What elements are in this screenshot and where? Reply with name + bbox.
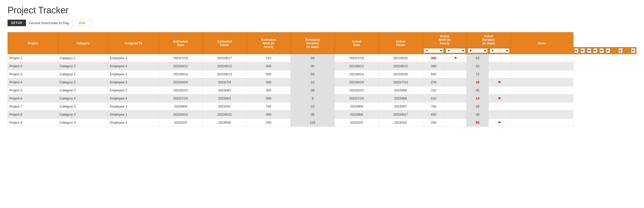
table-cell: Category 2 — [58, 111, 108, 119]
table-cell — [444, 62, 466, 70]
table-cell: Project 6 — [8, 94, 58, 102]
col-header-est-dur: EstimatedDuration(in days) — [291, 32, 335, 54]
table-cell: 2023/6/24 — [158, 86, 203, 94]
table-cell: 500 — [247, 94, 291, 102]
filter-est-finish-select[interactable]: ▼ — [574, 48, 578, 53]
filter-est-finish[interactable]: ▼ — [573, 47, 580, 54]
table-cell — [444, 78, 466, 86]
table-cell: 2023/8/3 — [203, 94, 247, 102]
table-cell: Category 4 — [58, 94, 108, 102]
table-row: Project 4Category 2Employee 32023/6/2420… — [8, 78, 636, 86]
table-cell — [510, 62, 573, 70]
flag-icon: ⚑ — [498, 80, 501, 84]
filter-act-finish-select[interactable]: ▼ — [600, 48, 604, 53]
table-cell — [444, 102, 466, 111]
table-cell: 2023/7/19 — [158, 54, 203, 62]
col-header-est-work: EstimatedWork (inhours) — [247, 32, 291, 54]
filter-category-select[interactable]: ▼ — [446, 48, 465, 53]
col-header-act-work: ActualWork (inhours) — [423, 32, 467, 47]
filter-act-work-select[interactable]: ▼ — [606, 48, 610, 53]
table-cell: 2023/6/14 — [335, 70, 379, 78]
filter-est-dur[interactable]: ▼ — [586, 47, 592, 54]
table-cell — [444, 70, 466, 78]
col-header-category: Category — [58, 32, 108, 54]
filter-act-work[interactable]: ▼ — [605, 47, 611, 54]
table-cell: 300 — [423, 54, 444, 62]
table-cell: 2023/8/9 — [158, 102, 203, 111]
table-cell: 28 — [467, 102, 489, 111]
table-cell — [510, 78, 573, 86]
table-cell: 2023/9/7 — [378, 102, 423, 111]
col-header-act-finish: ActualFinish — [378, 32, 423, 54]
table-cell: Employee 1 — [108, 54, 159, 62]
table-cell: Employee 1 — [108, 119, 159, 127]
table-cell: 2023/8/26 — [378, 70, 423, 78]
col-header-notes: Notes — [510, 32, 573, 54]
col-header-project: Project — [8, 32, 58, 54]
table-cell: 2023/7/4 — [203, 78, 247, 86]
col-header-est-start: EstimatedStart — [158, 32, 203, 54]
table-cell: 450 — [247, 111, 291, 119]
table-cell: ⚑ — [489, 119, 510, 127]
filter-est-work[interactable]: ▼ — [580, 47, 586, 54]
table-cell: 2023/8/9 — [335, 102, 379, 111]
table-cell: 2016/5/5 — [378, 119, 423, 127]
setup-row: SETUP Percent Over/Under to Flag — [8, 20, 636, 26]
table-cell: 30 — [291, 62, 335, 70]
filter-assigned[interactable]: ▼ — [467, 47, 489, 54]
table-row: Project 1Category 1Employee 12023/7/1920… — [8, 54, 636, 62]
filter-project[interactable]: ▼ — [423, 47, 444, 54]
filter-act-start[interactable]: ▼ — [592, 47, 599, 54]
table-cell: 250 — [247, 78, 291, 86]
table-cell: 300 — [247, 86, 291, 94]
filter-est-start[interactable]: ▼ — [489, 47, 510, 54]
filter-est-dur-select[interactable]: ▼ — [587, 48, 591, 53]
table-cell: Category 3 — [58, 86, 108, 94]
filter-assigned-select[interactable]: ▼ — [468, 48, 487, 53]
table-cell: 2023/9/17 — [378, 111, 423, 119]
filter-est-work-select[interactable]: ▼ — [581, 48, 585, 53]
table-cell: 430 — [423, 111, 444, 119]
table-cell: Project 7 — [8, 102, 58, 111]
table-row: Project 9Category 4Employee 12016/2/5201… — [8, 119, 636, 127]
table-cell: Employee 1 — [108, 102, 159, 111]
table-cell: 2023/7/24 — [335, 94, 379, 102]
table-cell: Category 4 — [58, 119, 108, 127]
table-cell — [510, 102, 573, 111]
table-cell — [489, 86, 510, 94]
filter-act-dur-select[interactable]: ▼ — [619, 48, 623, 53]
filter-category[interactable]: ▼ — [444, 47, 466, 54]
table-cell: 2023/8/8 — [378, 94, 423, 102]
filter-notes[interactable]: ▼ — [630, 47, 636, 54]
table-cell: 9 — [291, 94, 335, 102]
table-cell: Employee 4 — [108, 94, 159, 102]
flag-icon: ⚑ — [498, 96, 501, 100]
table-cell — [510, 119, 573, 127]
filter-est-start-select[interactable]: ▼ — [490, 48, 509, 53]
filter-notes-select[interactable]: ▼ — [631, 48, 635, 53]
table-cell: 2023/6/24 — [335, 86, 379, 94]
table-cell: 2023/9/15 — [378, 62, 423, 70]
filter-act-finish[interactable]: ▼ — [599, 47, 605, 54]
setup-button[interactable]: SETUP — [8, 20, 26, 26]
flag-label: Percent Over/Under to Flag — [29, 21, 69, 25]
table-cell: 500 — [423, 70, 444, 78]
table-cell: 2016/2/5 — [158, 119, 203, 127]
filter-act-dur[interactable]: ▼ — [618, 47, 624, 54]
project-table: Project Category Assigned To EstimatedSt… — [8, 32, 636, 127]
table-cell: 510 — [423, 94, 444, 102]
filter-act-work-flag — [611, 47, 618, 54]
table-cell — [489, 70, 510, 78]
filter-project-select[interactable]: ▼ — [424, 48, 443, 53]
table-row: Project 8Category 2Employee 12023/8/1420… — [8, 111, 636, 119]
table-row: Project 5Category 3Employee 22023/6/2420… — [8, 86, 636, 94]
table-cell — [510, 70, 573, 78]
table-cell: ⚑ — [489, 78, 510, 86]
flag-value-input[interactable] — [72, 20, 92, 26]
table-cell: 2023/8/13 — [203, 70, 247, 78]
table-cell — [489, 111, 510, 119]
table-cell: Project 5 — [8, 86, 58, 94]
table-cell — [444, 86, 466, 94]
filter-act-start-select[interactable]: ▼ — [593, 48, 597, 53]
table-cell: Category 5 — [58, 102, 108, 111]
